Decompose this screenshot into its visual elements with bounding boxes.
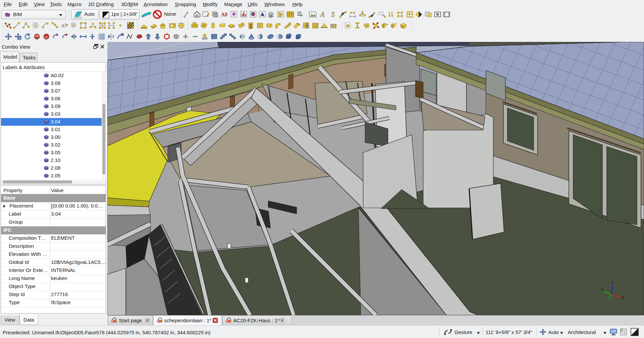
svg-text:A: A (221, 11, 225, 18)
svg-text:Z: Z (611, 281, 614, 285)
svg-text:X: X (622, 296, 624, 300)
svg-text:S: S (331, 11, 335, 18)
svg-text:Y: Y (601, 288, 603, 292)
svg-text:A: A (320, 11, 325, 18)
